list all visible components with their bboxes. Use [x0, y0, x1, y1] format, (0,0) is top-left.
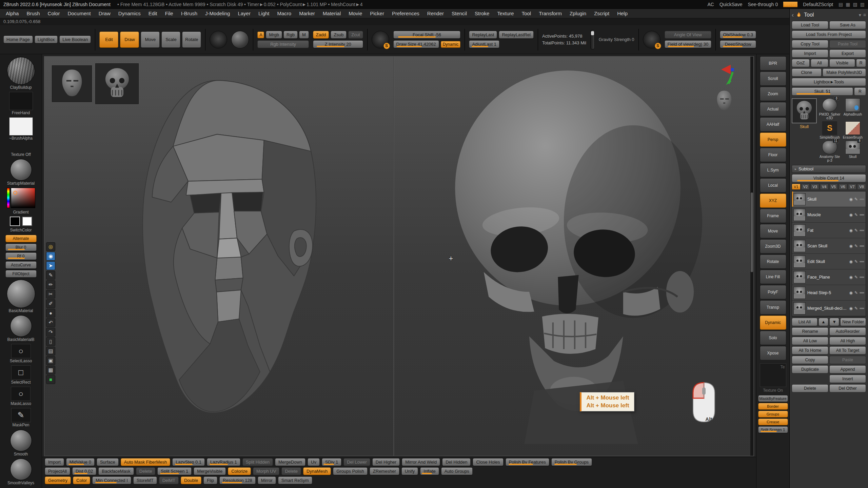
duplicate-button[interactable]: Duplicate — [792, 365, 828, 373]
menu-item[interactable]: Color — [44, 9, 64, 17]
shelf-tool[interactable]: Frame — [760, 209, 786, 223]
polypaint-icon[interactable]: ✎ — [854, 259, 858, 264]
palette-item[interactable]: □ SelectRect — [11, 365, 31, 385]
bottom-button[interactable]: Delete — [281, 467, 301, 475]
focal-shift-slider[interactable]: Focal Shift -56 — [393, 31, 461, 39]
left-control-button[interactable]: FillObject — [5, 270, 37, 278]
subtool-up-button[interactable]: ▲ — [818, 318, 828, 326]
shelf-tool[interactable]: Actual — [760, 102, 786, 116]
all-to-target-button[interactable]: All To Target — [829, 346, 866, 354]
bottom-button[interactable]: Mirror And Weld — [402, 458, 440, 466]
polypaint-icon[interactable]: ✎ — [854, 197, 858, 202]
paint-channel-button[interactable]: M — [299, 31, 309, 39]
nav-button[interactable]: Home Page — [3, 36, 33, 43]
panel-pin-icon[interactable]: ▾ — [859, 12, 861, 18]
shelf-tool[interactable]: L.Sym — [760, 163, 786, 177]
nav-button[interactable]: Live Boolean — [59, 36, 91, 43]
bottom-button[interactable]: Auto Groups — [441, 467, 473, 475]
subtool-mini-slider[interactable] — [860, 277, 864, 278]
bottom-button[interactable]: Geometry — [45, 476, 71, 484]
palette-icon[interactable]: ▦ — [46, 366, 55, 374]
visibility-icon[interactable]: ◉ — [46, 252, 55, 261]
bottom-button[interactable]: Delete — [136, 467, 156, 475]
palette-item[interactable]: ○ MaskLasso — [11, 387, 31, 406]
draw-size-slider[interactable]: Draw Size 41.42062 — [393, 40, 439, 48]
left-control-button[interactable]: Rf 0 — [5, 252, 37, 260]
bottom-button[interactable]: MergeDown — [275, 458, 305, 466]
polypaint-icon[interactable]: ✎ — [854, 306, 858, 311]
bottom-button[interactable]: LazyStep 0.1 — [172, 458, 205, 466]
sculpt-viewport[interactable]: ◎ ◉ ➤ ✎ ✏ ✂ ✐ — [44, 56, 754, 456]
insert-button[interactable]: Insert — [829, 375, 866, 383]
left-control-button[interactable]: AccuCurve — [5, 261, 37, 269]
bottom-button[interactable]: Morph UV — [253, 467, 280, 475]
tablet-icon[interactable]: ▦ — [846, 2, 850, 7]
visible-count-slider[interactable]: Visible Count 14 — [792, 174, 866, 182]
bottom-button[interactable]: Flip — [203, 476, 217, 484]
palette-item[interactable]: ClayBuildup — [7, 57, 35, 90]
polypaint-icon[interactable]: ✎ — [854, 212, 858, 217]
bottom-button[interactable]: BackfaceMask — [98, 467, 134, 475]
deep-shadow-slider[interactable]: DeepShadow — [720, 40, 756, 48]
active-tool-slider[interactable]: Skull. 51 — [792, 87, 853, 96]
visibility-eye-icon[interactable]: ◉ — [849, 228, 852, 233]
palette-item[interactable]: ✎ MaskPen — [11, 408, 31, 427]
left-control-button[interactable]: Blur 0 — [5, 244, 37, 251]
layout-icon[interactable]: ▥ — [860, 2, 865, 7]
visibility-eye-icon[interactable]: ◉ — [849, 275, 852, 280]
subtool-item[interactable]: Head Step-5 ◉ ✎ — [792, 285, 866, 301]
goz-button[interactable]: GoZ — [792, 59, 810, 67]
polypaint-icon[interactable]: ✎ — [854, 290, 858, 295]
obj-shadow-slider[interactable]: ObjShadow 0.3 — [720, 31, 756, 39]
load-tool-button[interactable]: Load Tool — [792, 21, 828, 29]
menu-item[interactable]: Zscript — [590, 9, 613, 17]
copy-icon[interactable]: ▣ — [46, 356, 55, 365]
append-button[interactable]: Append — [829, 365, 866, 373]
stroke-preview-icon[interactable] — [210, 31, 227, 48]
axis-gizmo[interactable] — [721, 64, 744, 86]
version-tab[interactable]: V4 — [820, 184, 829, 190]
shelf-bottom-button[interactable]: MaskByFeature — [758, 395, 788, 402]
tool-inventory-item[interactable]: 11 Anatomy Step-3 — [819, 141, 841, 162]
left-control-button[interactable]: Alternate — [5, 235, 37, 242]
menu-item[interactable]: Picker — [366, 9, 388, 17]
menu-item[interactable]: Brush — [23, 9, 43, 17]
tool-inventory-item[interactable]: 8 PM3D_Sphere3D — [819, 98, 841, 120]
reference-thumbnail-skull[interactable] — [95, 63, 139, 104]
shelf-tool[interactable]: Local — [760, 178, 786, 192]
lightbox-tools-button[interactable]: Lightbox►Tools — [792, 78, 866, 86]
bottom-button[interactable]: ZRemesher — [370, 467, 399, 475]
subtool-item[interactable]: Fat ◉ ✎ — [792, 223, 866, 238]
menu-item[interactable]: Marker — [295, 9, 319, 17]
bottom-button[interactable]: Del Hidden — [442, 458, 471, 466]
shelf-bottom-button[interactable]: Border — [758, 403, 788, 410]
titlebar-toggle[interactable]: Menus — [783, 2, 797, 7]
shelf-tool[interactable]: Transp — [760, 300, 786, 314]
goz-visible-button[interactable]: Visible — [829, 59, 855, 67]
menu-item[interactable]: Dynamics — [115, 9, 144, 17]
shelf-tool[interactable]: Zoom3D — [760, 239, 786, 253]
goz-r-button[interactable]: R — [856, 59, 866, 67]
menu-item[interactable]: Edit — [145, 9, 161, 17]
subtool-mini-slider[interactable] — [860, 214, 864, 216]
paint-channel-button[interactable]: Rgb — [283, 31, 298, 39]
visibility-eye-icon[interactable]: ◉ — [849, 306, 852, 311]
tool-r-button[interactable]: R — [854, 87, 866, 96]
nav-button[interactable]: LightBox — [35, 36, 58, 43]
adjust-last-slider[interactable]: AdjustLast 1 — [469, 40, 499, 48]
scissors-icon[interactable]: ✂ — [46, 290, 55, 299]
titlebar-toggle[interactable]: QuickSave — [719, 2, 743, 7]
subtool-down-button[interactable]: ▼ — [829, 318, 839, 326]
pencil-icon[interactable]: ✏ — [46, 280, 55, 289]
bottom-button[interactable]: Polish By Features — [506, 458, 549, 466]
reference-thumbnail-head[interactable] — [52, 65, 92, 102]
subtool-item[interactable]: Face_Plane ◉ ✎ — [792, 269, 866, 285]
titlebar-toggle[interactable]: AC — [707, 2, 714, 7]
palette-item[interactable]: StartupMaterial — [7, 159, 35, 186]
all-high-button[interactable]: All High — [829, 337, 866, 345]
bottom-button[interactable]: Groups Polish — [333, 467, 368, 475]
polypaint-icon[interactable]: ✎ — [854, 228, 858, 233]
texture-preview[interactable]: Te — [760, 363, 786, 387]
titlebar-toggle[interactable]: See-through 0 — [748, 2, 778, 7]
menu-item[interactable]: Document — [64, 9, 94, 17]
